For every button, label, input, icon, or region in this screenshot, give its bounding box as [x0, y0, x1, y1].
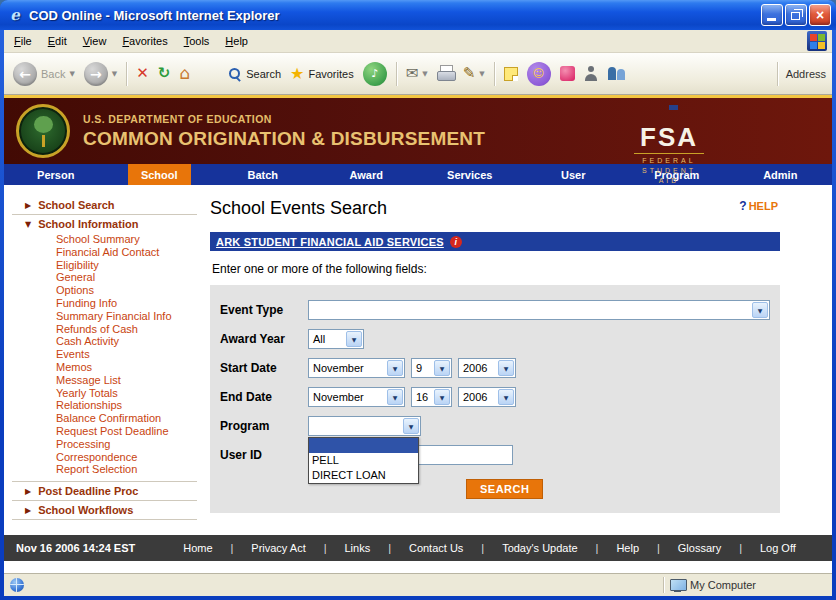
- program-option-direct-loan[interactable]: DIRECT LOAN: [309, 468, 418, 483]
- research-button[interactable]: [557, 64, 578, 83]
- start-year-select[interactable]: 2006: [458, 358, 516, 378]
- footer-link-help[interactable]: Help: [616, 542, 639, 554]
- forward-dropdown-icon[interactable]: ▼: [112, 70, 117, 78]
- sidebar-item-correspondence[interactable]: Correspondence: [4, 451, 207, 464]
- program-option-pell[interactable]: PELL: [309, 453, 418, 468]
- footer-link-log-off[interactable]: Log Off: [760, 542, 796, 554]
- mail-dropdown-icon[interactable]: ▼: [422, 70, 427, 78]
- sidebar-item-school-summary[interactable]: School Summary: [4, 233, 207, 246]
- home-button[interactable]: ⌂: [176, 63, 193, 84]
- footer-link-links[interactable]: Links: [344, 542, 370, 554]
- dropdown-arrow-icon[interactable]: [434, 389, 450, 405]
- dropdown-arrow-icon[interactable]: [498, 389, 514, 405]
- award-year-select[interactable]: All: [308, 329, 364, 349]
- dropdown-arrow-icon[interactable]: [403, 418, 419, 434]
- sidebar-item-events[interactable]: Events: [4, 348, 207, 361]
- end-month-select[interactable]: November: [308, 387, 405, 407]
- dropdown-arrow-icon[interactable]: [387, 389, 403, 405]
- footer-link-glossary[interactable]: Glossary: [678, 542, 721, 554]
- end-day-select[interactable]: 16: [411, 387, 452, 407]
- mail-button[interactable]: ✉ ▼: [403, 64, 431, 83]
- restore-button[interactable]: [785, 4, 807, 26]
- menu-edit[interactable]: Edit: [40, 32, 75, 50]
- menu-file[interactable]: File: [6, 32, 40, 50]
- sidebar-item-memos[interactable]: Memos: [4, 361, 207, 374]
- print-button[interactable]: [434, 64, 457, 83]
- sidebar-item-relationships[interactable]: Relationships: [4, 399, 207, 412]
- footer-link-privacy-act[interactable]: Privacy Act: [251, 542, 305, 554]
- back-button[interactable]: ← Back ▼: [10, 60, 78, 88]
- nav-tab-school[interactable]: School: [108, 164, 212, 185]
- start-month-value: November: [313, 362, 364, 374]
- title-bar[interactable]: e COD Online - Microsoft Internet Explor…: [0, 0, 836, 30]
- favorites-label: Favorites: [308, 68, 353, 80]
- help-link[interactable]: ? HELP: [739, 199, 778, 213]
- contacts-button[interactable]: [604, 64, 629, 83]
- sidebar-item-report-selection[interactable]: Report Selection: [4, 463, 207, 476]
- dropdown-arrow-icon[interactable]: [434, 360, 450, 376]
- sidebar-item-processing[interactable]: Processing: [4, 438, 207, 451]
- menu-view[interactable]: View: [75, 32, 115, 50]
- sidebar-item-general[interactable]: General: [4, 271, 207, 284]
- school-banner-link[interactable]: ARK STUDENT FINANCIAL AID SERVICES i: [210, 232, 780, 251]
- nav-tab-services[interactable]: Services: [418, 164, 522, 185]
- dropdown-arrow-icon[interactable]: [498, 360, 514, 376]
- footer-link-contact-us[interactable]: Contact Us: [409, 542, 463, 554]
- program-select[interactable]: [308, 416, 421, 436]
- sidebar-item-cash-activity[interactable]: Cash Activity: [4, 335, 207, 348]
- menu-tools[interactable]: Tools: [176, 32, 218, 50]
- sidebar-item-request-post-deadline[interactable]: Request Post Deadline: [4, 425, 207, 438]
- event-type-select[interactable]: [308, 300, 770, 320]
- sidebar-item-refunds-of-cash[interactable]: Refunds of Cash: [4, 323, 207, 336]
- back-dropdown-icon[interactable]: ▼: [69, 70, 74, 78]
- notes-button[interactable]: [501, 65, 521, 83]
- menu-favorites[interactable]: Favorites: [114, 32, 175, 50]
- sidebar-item-balance-confirmation[interactable]: Balance Confirmation: [4, 412, 207, 425]
- sidebar-section-school-information[interactable]: ▼School Information: [4, 217, 207, 231]
- refresh-button[interactable]: ↻: [155, 64, 174, 83]
- menu-help[interactable]: Help: [217, 32, 256, 50]
- stop-button[interactable]: ✕: [133, 64, 152, 83]
- footer-link-today-s-update[interactable]: Today's Update: [502, 542, 577, 554]
- sidebar-item-funding-info[interactable]: Funding Info: [4, 297, 207, 310]
- sidebar-item-message-list[interactable]: Message List: [4, 374, 207, 387]
- dropdown-arrow-icon[interactable]: [752, 302, 768, 318]
- sidebar-item-options[interactable]: Options: [4, 284, 207, 297]
- start-month-select[interactable]: November: [308, 358, 405, 378]
- dropdown-arrow-icon[interactable]: [387, 360, 403, 376]
- footer-link-home[interactable]: Home: [183, 542, 212, 554]
- forward-button[interactable]: → ▼: [81, 60, 120, 88]
- program-option-blank[interactable]: [309, 438, 418, 453]
- sidebar-section-school-workflows[interactable]: ▶School Workflows: [4, 503, 207, 517]
- end-year-select[interactable]: 2006: [458, 387, 516, 407]
- sidebar-item-yearly-totals[interactable]: Yearly Totals: [4, 387, 207, 400]
- messenger-button[interactable]: ☺: [524, 60, 554, 88]
- media-button[interactable]: ♪: [360, 60, 390, 88]
- edit-button[interactable]: ✎ ▼: [460, 64, 488, 83]
- nav-tabs: PersonSchoolBatchAwardServicesUserProgra…: [4, 164, 832, 185]
- close-button[interactable]: ×: [809, 4, 831, 26]
- search-submit-button[interactable]: SEARCH: [466, 479, 543, 499]
- profile-button[interactable]: [581, 64, 601, 83]
- nav-tab-person[interactable]: Person: [4, 164, 108, 185]
- nav-tab-award[interactable]: Award: [315, 164, 419, 185]
- sidebar-section-post-deadline-proc[interactable]: ▶Post Deadline Proc: [4, 484, 207, 498]
- footer-bar: Nov 16 2006 14:24 EST Home|Privacy Act|L…: [4, 535, 832, 561]
- sidebar-item-summary-financial-info[interactable]: Summary Financial Info: [4, 310, 207, 323]
- nav-tab-batch[interactable]: Batch: [211, 164, 315, 185]
- footer-separator: |: [596, 542, 599, 554]
- dropdown-arrow-icon[interactable]: [346, 331, 362, 347]
- minimize-button[interactable]: [761, 4, 783, 26]
- start-day-select[interactable]: 9: [411, 358, 452, 378]
- info-icon[interactable]: i: [450, 236, 462, 248]
- sidebar-section-school-search[interactable]: ▶School Search: [4, 198, 207, 212]
- favorites-button[interactable]: ★ Favorites: [287, 64, 357, 84]
- browser-window: e COD Online - Microsoft Internet Explor…: [0, 0, 836, 600]
- nav-tab-user[interactable]: User: [522, 164, 626, 185]
- search-button[interactable]: Search: [225, 65, 284, 83]
- sidebar-item-financial-aid-contact[interactable]: Financial Aid Contact: [4, 246, 207, 259]
- sidebar-item-eligibility[interactable]: Eligibility: [4, 259, 207, 272]
- nav-tab-admin[interactable]: Admin: [729, 164, 833, 185]
- edit-dropdown-icon[interactable]: ▼: [479, 70, 484, 78]
- research-icon: [560, 66, 575, 81]
